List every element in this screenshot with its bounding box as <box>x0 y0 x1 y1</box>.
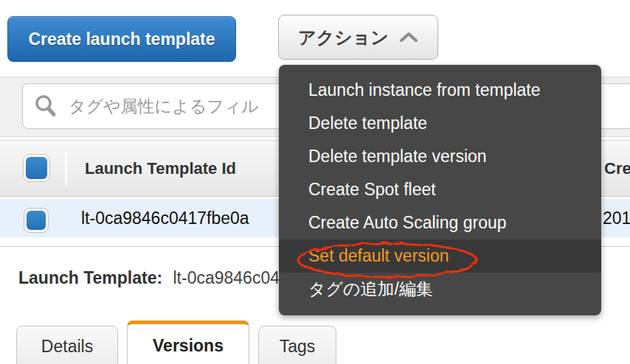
tab-details[interactable]: Details <box>16 326 118 364</box>
checkbox-checked-fill <box>26 157 47 179</box>
tab-tags-label: Tags <box>280 337 316 357</box>
checkbox-checked-fill <box>27 211 46 230</box>
actions-dropdown-button[interactable]: アクション <box>278 15 438 60</box>
launch-template-label: Launch Template: <box>18 268 162 287</box>
column-divider <box>65 152 67 186</box>
row-checkbox[interactable] <box>24 208 49 233</box>
launch-template-id-cell: lt-0ca9846c0417fbe0a <box>81 209 249 228</box>
tab-tags[interactable]: Tags <box>258 326 336 364</box>
column-header-created[interactable]: Cre <box>604 141 630 196</box>
menu-item-create-spot-fleet[interactable]: Create Spot fleet <box>279 173 601 206</box>
select-all-checkbox[interactable] <box>23 154 50 182</box>
tab-versions[interactable]: Versions <box>127 321 249 364</box>
menu-item-launch-instance-from-template[interactable]: Launch instance from template <box>279 74 601 107</box>
menu-item-add-edit-tags[interactable]: タグの追加/編集 <box>279 273 601 306</box>
search-icon <box>33 94 58 119</box>
menu-item-delete-template[interactable]: Delete template <box>279 107 601 140</box>
actions-dropdown-menu: Launch instance from template Delete tem… <box>279 65 601 315</box>
tab-details-label: Details <box>41 337 93 357</box>
menu-item-delete-template-version[interactable]: Delete template version <box>279 140 601 173</box>
created-cell: 201 <box>603 209 630 228</box>
menu-item-set-default-version[interactable]: Set default version <box>279 239 601 273</box>
tab-versions-label: Versions <box>153 336 224 356</box>
create-launch-template-button[interactable]: Create launch template <box>7 16 236 62</box>
column-header-launch-template-id[interactable]: Launch Template Id <box>85 141 236 196</box>
actions-button-label: アクション <box>298 26 389 49</box>
launch-templates-page: Create launch template アクション Launch Temp… <box>0 0 630 364</box>
menu-item-create-auto-scaling-group[interactable]: Create Auto Scaling group <box>279 206 601 239</box>
chevron-up-icon <box>399 31 418 44</box>
